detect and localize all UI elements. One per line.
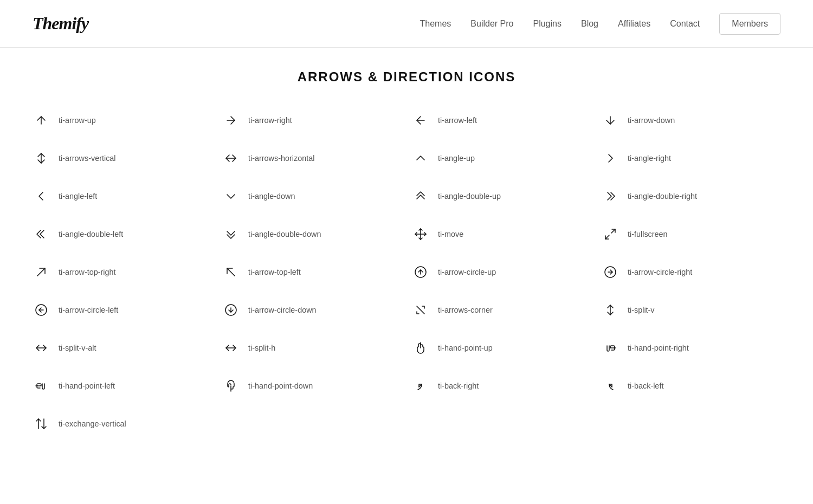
icon-label: ti-arrow-top-right bbox=[59, 268, 116, 276]
icon-label: ti-arrow-circle-right bbox=[628, 268, 692, 276]
ti-hand-point-right-icon bbox=[602, 339, 619, 357]
svg-line-9 bbox=[605, 235, 609, 239]
ti-angle-double-down-icon bbox=[222, 225, 240, 243]
icon-label: ti-fullscreen bbox=[628, 230, 668, 238]
icon-item-ti-fullscreen: ti-fullscreen bbox=[602, 225, 780, 243]
icon-item-ti-arrow-circle-right: ti-arrow-circle-right bbox=[602, 263, 780, 281]
ti-angle-left-icon bbox=[33, 188, 50, 205]
ti-fullscreen-icon bbox=[602, 225, 619, 243]
icon-label: ti-arrow-circle-down bbox=[248, 306, 317, 314]
ti-angle-double-right-icon bbox=[602, 188, 619, 205]
icon-item-ti-arrow-circle-left: ti-arrow-circle-left bbox=[33, 301, 211, 319]
icon-item-ti-angle-down: ti-angle-down bbox=[222, 188, 401, 205]
icon-item-ti-angle-double-down: ti-angle-double-down bbox=[222, 225, 401, 243]
svg-line-11 bbox=[227, 268, 235, 276]
icon-item-ti-angle-right: ti-angle-right bbox=[602, 150, 780, 167]
icon-item-ti-arrow-circle-up: ti-arrow-circle-up bbox=[412, 263, 591, 281]
icon-item-ti-split-v: ti-split-v bbox=[602, 301, 780, 319]
nav-link-builder-pro[interactable]: Builder Pro bbox=[470, 19, 513, 29]
ti-arrows-corner-icon bbox=[412, 301, 429, 319]
icon-item-ti-arrows-corner: ti-arrows-corner bbox=[412, 301, 591, 319]
icon-item-ti-angle-double-right: ti-angle-double-right bbox=[602, 188, 780, 205]
members-button[interactable]: Members bbox=[719, 13, 780, 35]
ti-split-h-icon bbox=[222, 339, 240, 357]
icon-item-ti-arrow-up: ti-arrow-up bbox=[33, 112, 211, 129]
ti-hand-point-up-icon bbox=[412, 339, 429, 357]
icon-item-ti-angle-left: ti-angle-left bbox=[33, 188, 211, 205]
ti-arrow-circle-right-icon bbox=[602, 263, 619, 281]
icon-label: ti-back-left bbox=[628, 382, 663, 390]
nav-link-plugins[interactable]: Plugins bbox=[533, 19, 561, 29]
icon-label: ti-angle-left bbox=[59, 192, 97, 201]
icon-label: ti-arrow-right bbox=[248, 116, 292, 125]
icon-item-ti-angle-double-up: ti-angle-double-up bbox=[412, 188, 591, 205]
icon-label: ti-arrow-down bbox=[628, 116, 675, 125]
ti-arrows-horizontal-icon bbox=[222, 150, 240, 167]
icon-label: ti-angle-double-left bbox=[59, 230, 123, 238]
svg-line-10 bbox=[37, 268, 45, 276]
icon-label: ti-angle-double-right bbox=[628, 192, 697, 201]
icon-label: ti-arrow-up bbox=[59, 116, 96, 125]
ti-arrow-right-icon bbox=[222, 112, 240, 129]
icon-item-ti-arrow-down: ti-arrow-down bbox=[602, 112, 780, 129]
icon-item-ti-angle-up: ti-angle-up bbox=[412, 150, 591, 167]
ti-angle-double-up-icon bbox=[412, 188, 429, 205]
logo[interactable]: Themify bbox=[33, 14, 88, 34]
ti-angle-double-left-icon bbox=[33, 225, 50, 243]
icon-label: ti-hand-point-right bbox=[628, 344, 689, 352]
nav-link-blog[interactable]: Blog bbox=[581, 19, 598, 29]
icon-item-ti-arrow-top-left: ti-arrow-top-left bbox=[222, 263, 401, 281]
icon-label: ti-angle-down bbox=[248, 192, 295, 201]
ti-move-icon bbox=[412, 225, 429, 243]
ti-split-v-icon bbox=[602, 301, 619, 319]
icon-label: ti-arrows-vertical bbox=[59, 154, 116, 163]
ti-arrow-down-icon bbox=[602, 112, 619, 129]
icon-label: ti-hand-point-down bbox=[248, 382, 313, 390]
icon-label: ti-back-right bbox=[438, 382, 479, 390]
nav-link-contact[interactable]: Contact bbox=[670, 19, 700, 29]
icon-label: ti-split-h bbox=[248, 344, 275, 352]
ti-arrow-top-left-icon bbox=[222, 263, 240, 281]
ti-angle-right-icon bbox=[602, 150, 619, 167]
icon-item-ti-arrows-horizontal: ti-arrows-horizontal bbox=[222, 150, 401, 167]
ti-back-right-icon bbox=[412, 377, 429, 395]
icon-label: ti-hand-point-up bbox=[438, 344, 493, 352]
icon-item-ti-split-h: ti-split-h bbox=[222, 339, 401, 357]
icon-item-ti-arrows-vertical: ti-arrows-vertical bbox=[33, 150, 211, 167]
icon-item-ti-move: ti-move bbox=[412, 225, 591, 243]
header: Themify ThemesBuilder ProPluginsBlogAffi… bbox=[0, 0, 813, 48]
icon-label: ti-arrows-horizontal bbox=[248, 154, 314, 163]
nav-link-affiliates[interactable]: Affiliates bbox=[618, 19, 650, 29]
icon-label: ti-arrows-corner bbox=[438, 306, 493, 314]
ti-arrows-vertical-icon bbox=[33, 150, 50, 167]
icon-grid: ti-arrow-upti-arrow-rightti-arrow-leftti… bbox=[33, 112, 780, 432]
icon-label: ti-angle-double-up bbox=[438, 192, 501, 201]
icon-item-ti-exchange-vertical: ti-exchange-vertical bbox=[33, 415, 211, 432]
ti-exchange-vertical-icon bbox=[33, 415, 50, 432]
icon-label: ti-arrow-circle-up bbox=[438, 268, 496, 276]
svg-line-8 bbox=[611, 229, 615, 233]
icon-label: ti-angle-up bbox=[438, 154, 475, 163]
icon-label: ti-arrow-circle-left bbox=[59, 306, 118, 314]
ti-angle-down-icon bbox=[222, 188, 240, 205]
icon-item-ti-hand-point-left: ti-hand-point-left bbox=[33, 377, 211, 395]
ti-hand-point-down-icon bbox=[222, 377, 240, 395]
ti-arrow-circle-up-icon bbox=[412, 263, 429, 281]
page-title: ARROWS & DIRECTION ICONS bbox=[33, 69, 780, 85]
nav-link-themes[interactable]: Themes bbox=[420, 19, 451, 29]
icon-item-ti-back-left: ti-back-left bbox=[602, 377, 780, 395]
icon-item-ti-angle-double-left: ti-angle-double-left bbox=[33, 225, 211, 243]
icon-item-ti-arrow-circle-down: ti-arrow-circle-down bbox=[222, 301, 401, 319]
icon-item-ti-back-right: ti-back-right bbox=[412, 377, 591, 395]
ti-split-v-alt-icon bbox=[33, 339, 50, 357]
main-content: ARROWS & DIRECTION ICONS ti-arrow-upti-a… bbox=[0, 48, 813, 465]
icon-label: ti-arrow-top-left bbox=[248, 268, 301, 276]
ti-arrow-left-icon bbox=[412, 112, 429, 129]
icon-item-ti-split-v-alt: ti-split-v-alt bbox=[33, 339, 211, 357]
icon-label: ti-hand-point-left bbox=[59, 382, 115, 390]
svg-line-20 bbox=[417, 306, 424, 314]
main-nav: ThemesBuilder ProPluginsBlogAffiliatesCo… bbox=[420, 13, 780, 35]
ti-angle-up-icon bbox=[412, 150, 429, 167]
icon-label: ti-move bbox=[438, 230, 463, 238]
ti-arrow-top-right-icon bbox=[33, 263, 50, 281]
